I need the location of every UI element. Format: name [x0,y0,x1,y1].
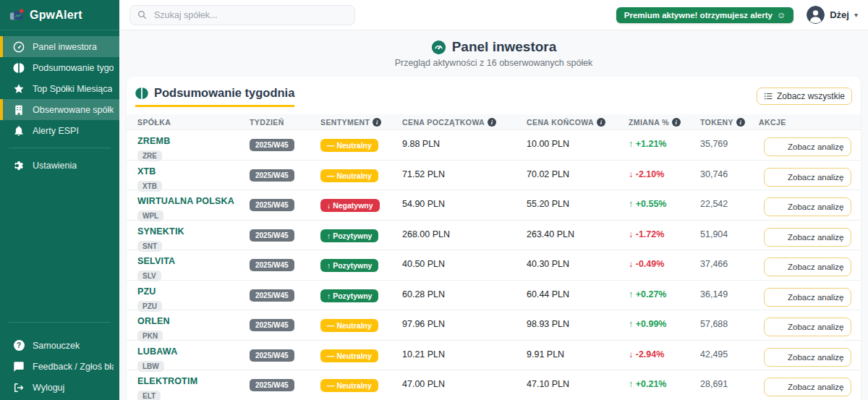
chat-icon [13,361,25,373]
price-start-cell: 40.50 PLN [402,256,527,269]
ticker-badge: SNT [137,241,162,252]
week-cell: 2025/W45 [250,226,320,242]
logout-icon [13,382,25,393]
column-header-label: SPÓŁKA [137,118,171,127]
price-start-cell: 54.90 PLN [402,196,527,209]
table-row: ZREMBZRE2025/W45— Neutralny9.88 PLN10.00… [127,129,861,160]
sidebar-item-label: Top Spółki Miesiąca [33,84,112,94]
company-cell: ZREMBZRE [127,136,250,161]
price-start-cell: 10.21 PLN [402,346,527,359]
company-link[interactable]: ELEKTROTIM [137,376,250,387]
view-analysis-button[interactable]: Zobacz analizę [764,197,851,216]
tokens-cell: 28,691 [700,376,759,389]
ticker-badge: PZU [137,301,162,312]
info-icon[interactable]: i [373,118,381,127]
search-box[interactable] [129,5,355,25]
sidebar-item-top-spółki-miesiąca[interactable]: Top Spółki Miesiąca [0,78,119,99]
column-header-label: ZMIANA % [629,118,669,127]
sentiment-badge: — Neutralny [320,379,378,392]
info-icon[interactable]: i [597,118,605,127]
view-analysis-label: Zobacz analizę [788,263,843,271]
help-icon: ? [13,340,25,352]
actions-cell: Zobacz analizę [759,166,861,187]
column-header-spółka: SPÓŁKA [127,118,250,127]
column-header-tydzień: TYDZIEŃ [250,118,320,127]
sidebar-item-panel-inwestora[interactable]: Panel inwestora [0,36,119,57]
sidebar-item-label: Podsumowanie tygodnia [33,63,114,73]
topbar-right: Premium aktywne! otrzymujesz alerty ☺ Dż… [616,6,858,24]
eye-icon [772,201,783,213]
eye-icon [772,141,783,153]
table-row: SYNEKTIKSNT2025/W45↑ Pozytywny268.00 PLN… [127,220,861,250]
card-head: Podsumowanie tygodnia Zobacz wszystkie [127,77,861,114]
info-icon[interactable]: i [488,118,496,127]
view-analysis-button[interactable]: Zobacz analizę [764,288,851,307]
company-link[interactable]: ORLEN [137,316,250,327]
week-cell: 2025/W45 [250,286,320,302]
sidebar-item-obserwowane-spółki[interactable]: Obserwowane spółki [0,99,119,120]
user-menu[interactable]: Dżej ▾ [807,6,858,24]
info-icon[interactable]: i [672,118,681,127]
view-analysis-button[interactable]: Zobacz analizę [764,318,851,336]
company-link[interactable]: ZREMB [137,136,250,147]
info-icon[interactable]: i [736,118,745,127]
view-analysis-button[interactable]: Zobacz analizę [764,258,851,276]
main-area: Premium aktywne! otrzymujesz alerty ☺ Dż… [119,0,868,400]
change-value: ↑ +1.21% [629,139,666,149]
sidebar-item-samouczek[interactable]: ?Samouczek [0,335,119,356]
column-header-label: CENA KOŃCOWA [527,118,594,127]
change-cell: ↓ -2.94% [629,346,700,359]
company-link[interactable]: PZU [137,286,250,297]
week-badge: 2025/W45 [250,379,294,391]
change-value: ↓ -1.72% [629,229,664,239]
divider [9,148,111,148]
price-start-cell: 9.88 PLN [402,136,527,149]
app-logo[interactable]: GpwAlert [0,0,119,30]
weekly-summary-card: Podsumowanie tygodnia Zobacz wszystkie [127,77,861,400]
view-analysis-button[interactable]: Zobacz analizę [764,348,851,367]
section-title-text: Podsumowanie tygodnia [154,86,294,100]
sentiment-cell: ↑ Pozytywny [320,286,402,302]
change-value: ↓ -2.10% [629,169,664,179]
tokens-cell: 36,149 [700,286,759,299]
price-start-cell: 97.96 PLN [402,316,527,329]
user-name: Dżej [830,9,849,20]
view-analysis-button[interactable]: Zobacz analizę [764,378,851,396]
view-analysis-button[interactable]: Zobacz analizę [764,228,851,247]
table-row: LUBAWALBW2025/W45— Neutralny10.21 PLN9.9… [127,340,861,370]
company-cell: ORLENPKN [127,316,250,341]
sidebar-item-podsumowanie-tygodnia[interactable]: Podsumowanie tygodnia [0,57,119,78]
search-input[interactable] [153,9,347,21]
week-badge: 2025/W45 [250,139,294,151]
topbar: Premium aktywne! otrzymujesz alerty ☺ Dż… [119,0,868,30]
company-link[interactable]: LUBAWA [137,346,250,357]
view-all-button[interactable]: Zobacz wszystkie [757,88,852,105]
week-badge: 2025/W45 [250,169,294,182]
column-header-label: AKCJE [759,118,786,127]
building-icon [13,104,25,116]
sidebar-item-feedback-zgłoś-błąd[interactable]: Feedback / Zgłoś błąd [0,356,119,377]
change-cell: ↑ +0.55% [629,196,700,209]
view-analysis-button[interactable]: Zobacz analizę [764,137,851,156]
view-analysis-button[interactable]: Zobacz analizę [764,168,851,187]
company-link[interactable]: SELVITA [137,256,250,267]
company-link[interactable]: XTB [137,166,250,177]
column-header-zmiana: ZMIANA %i [629,118,700,127]
company-link[interactable]: SYNEKTIK [137,226,250,237]
column-header-akcje: AKCJE [759,118,861,127]
sidebar-item-wyloguj[interactable]: Wyloguj [0,377,119,398]
eye-icon [772,292,783,303]
price-end-cell: 55.20 PLN [527,196,629,209]
page-title: Panel inwestora [452,39,557,55]
change-value: ↑ +0.27% [629,289,666,299]
sidebar-item-label: Panel inwestora [33,42,97,52]
sidebar-spacer [0,176,119,315]
tokens-cell: 51,904 [700,226,759,239]
eye-icon [772,381,783,393]
table-row: SELVITASLV2025/W45↑ Pozytywny40.50 PLN40… [127,250,861,280]
sidebar-item-ustawienia[interactable]: Ustawienia [0,155,119,176]
sentiment-cell: ↑ Pozytywny [320,256,402,272]
company-link[interactable]: WIRTUALNA POLSKA [137,196,250,207]
sidebar-item-alerty-espi[interactable]: Alerty ESPI [0,120,119,141]
chevron-down-icon: ▾ [854,11,858,19]
